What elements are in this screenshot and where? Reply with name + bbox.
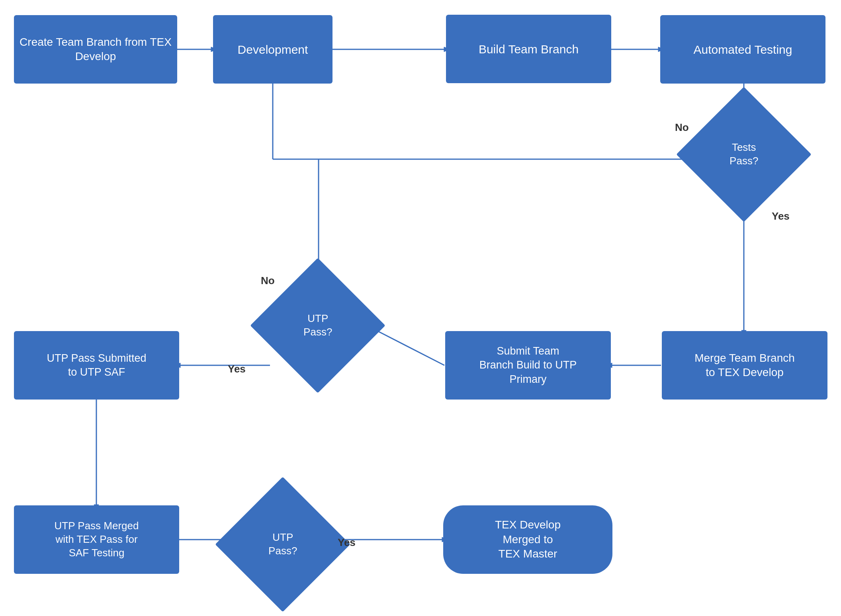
flowchart: Create Team Branch from TEX Develop Deve…	[0, 0, 841, 616]
utp-pass-submitted-box: UTP Pass Submittedto UTP SAF	[14, 331, 179, 400]
yes-utp1-label: Yes	[228, 363, 246, 375]
no-tests-label: No	[675, 121, 689, 134]
tex-develop-merged-box: TEX DevelopMerged toTEX Master	[443, 505, 612, 574]
utp-pass-merged-box: UTP Pass Mergedwith TEX Pass forSAF Test…	[14, 505, 179, 574]
submit-team-branch-box: Submit TeamBranch Build to UTPPrimary	[445, 331, 611, 400]
svg-line-15	[368, 326, 444, 365]
utp-pass-2-diamond: UTPPass?	[235, 497, 331, 592]
no-utp1-label: No	[261, 275, 275, 287]
merge-team-branch-box: Merge Team Branchto TEX Develop	[662, 331, 827, 400]
tests-pass-diamond: TestsPass?	[696, 107, 792, 202]
development-box: Development	[213, 15, 332, 84]
build-team-branch-box: Build Team Branch	[446, 15, 611, 83]
create-team-branch-box: Create Team Branch from TEX Develop	[14, 15, 177, 84]
yes-utp2-label: Yes	[338, 536, 356, 549]
utp-pass-1-diamond: UTPPass?	[270, 278, 366, 373]
yes-tests-label: Yes	[772, 210, 790, 222]
automated-testing-box: Automated Testing	[660, 15, 825, 84]
